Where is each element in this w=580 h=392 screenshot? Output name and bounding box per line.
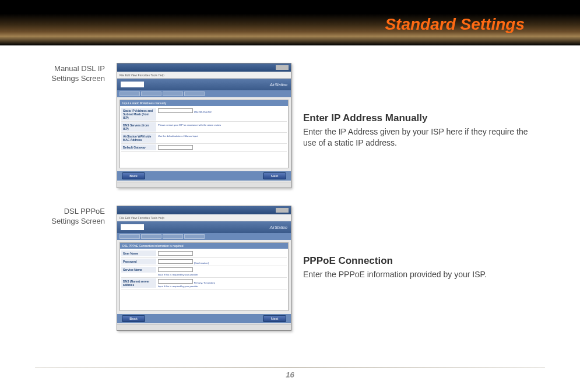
section-label: DSL PPPoE Settings Screen <box>35 206 105 227</box>
form-field: Input if this is required by your provid… <box>156 267 287 277</box>
app-window: File Edit View Favorites Tools Help AirS… <box>117 206 291 331</box>
form-hint: Input if this is required by your provid… <box>158 273 198 276</box>
brand-logo <box>121 224 144 230</box>
brand-logo <box>121 82 144 87</box>
window-footer: Back Next <box>117 314 291 323</box>
form-row: Password (Confirmation) <box>121 258 287 266</box>
form-extra: (Confirmation) <box>194 262 209 264</box>
form-row: Default Gateway <box>121 144 287 152</box>
password-input[interactable] <box>158 259 193 264</box>
description-text: Enter the IP Address given by your ISP h… <box>303 126 533 149</box>
form-row: User Name <box>121 250 287 258</box>
next-button[interactable]: Next <box>263 172 286 179</box>
window-titlebar <box>117 63 291 72</box>
form-field: Use the default address / Manual input <box>156 133 287 138</box>
form-row: DNS (Name) server address Primary / Seco… <box>121 278 287 289</box>
nav-button[interactable] <box>184 234 205 239</box>
form-label: Static IP Address and Subnet Mask (from … <box>121 108 156 121</box>
description-title: PPPoE Connection <box>303 255 533 267</box>
nav-button[interactable] <box>163 234 183 239</box>
window-statusbar <box>117 324 291 330</box>
ip-input[interactable] <box>158 108 193 113</box>
back-button[interactable]: Back <box>122 315 145 322</box>
nav-button[interactable] <box>141 91 161 96</box>
section-row: DSL PPPoE Settings Screen File Edit View… <box>35 206 545 331</box>
dns-input[interactable] <box>158 279 193 284</box>
form-value: 255.255.255.252 <box>194 111 212 114</box>
window-menubar: File Edit View Favorites Tools Help <box>117 72 291 79</box>
footer-divider <box>35 367 545 368</box>
form-area: User Name Password (Confirmation) Servic… <box>120 249 288 291</box>
form-hint: Use the default address / Manual input <box>158 135 198 137</box>
section-row: Manual DSL IP Settings Screen File Edit … <box>35 63 545 188</box>
form-field: Please contact your ISP for assistance w… <box>156 122 287 127</box>
app-window: File Edit View Favorites Tools Help AirS… <box>117 63 291 188</box>
window-menubar: File Edit View Favorites Tools Help <box>117 214 291 221</box>
content-area: Manual DSL IP Settings Screen File Edit … <box>0 45 580 331</box>
section-label: Manual DSL IP Settings Screen <box>35 63 105 84</box>
brand-product: AirStation <box>270 225 287 229</box>
form-section-header: DSL PPPoE Connection information is requ… <box>120 243 288 249</box>
form-row: Service Name Input if this is required b… <box>121 266 287 278</box>
form-field: (Confirmation) <box>156 259 287 265</box>
page-number: 16 <box>35 370 545 379</box>
form-row: DNS Servers (from ISP) Please contact yo… <box>121 122 287 133</box>
form-hint: Input if this is required by your provid… <box>158 285 198 288</box>
form-area: Static IP Address and Subnet Mask (from … <box>120 106 288 153</box>
window-footer: Back Next <box>117 171 291 181</box>
page-title: Standard Settings <box>385 15 525 34</box>
form-label: Password <box>121 259 156 264</box>
nav-bar <box>117 90 291 97</box>
back-button[interactable]: Back <box>122 172 145 179</box>
form-field: 255.255.255.252 <box>156 108 287 114</box>
form-panel: Input a static IP Address manually Stati… <box>119 100 289 168</box>
description-text: Enter the PPPoE information provided by … <box>303 269 533 280</box>
form-label: User Name <box>121 250 156 256</box>
description-title: Enter IP Address Manually <box>303 112 533 124</box>
nav-bar <box>117 233 291 240</box>
description-column: Enter IP Address Manually Enter the IP A… <box>303 63 545 149</box>
brand-bar: AirStation <box>117 221 291 233</box>
nav-button[interactable] <box>119 234 140 239</box>
nav-button[interactable] <box>163 91 183 96</box>
screenshot-thumbnail: File Edit View Favorites Tools Help AirS… <box>117 206 291 331</box>
nav-button[interactable] <box>119 91 140 96</box>
brand-product: AirStation <box>270 83 287 87</box>
service-input[interactable] <box>158 267 193 272</box>
form-label: DNS Servers (from ISP) <box>121 122 156 132</box>
username-input[interactable] <box>158 251 193 256</box>
form-field <box>156 144 287 151</box>
form-label: DNS (Name) server address <box>121 278 156 288</box>
description-column: PPPoE Connection Enter the PPPoE informa… <box>303 206 545 280</box>
form-row: Static IP Address and Subnet Mask (from … <box>121 107 287 122</box>
form-hint: Please contact your ISP for assistance w… <box>158 123 221 126</box>
nav-button[interactable] <box>141 234 161 239</box>
form-label: Service Name <box>121 267 156 273</box>
brand-bar: AirStation <box>117 79 291 90</box>
nav-button[interactable] <box>184 91 205 96</box>
form-field <box>156 250 287 257</box>
window-statusbar <box>117 182 291 188</box>
form-field: Primary / Secondary Input if this is req… <box>156 278 287 288</box>
form-label: Default Gateway <box>121 144 156 150</box>
screenshot-thumbnail: File Edit View Favorites Tools Help AirS… <box>117 63 291 188</box>
page-footer: 16 <box>35 367 545 379</box>
form-extra: Primary / Secondary <box>194 281 215 284</box>
gateway-input[interactable] <box>158 145 193 150</box>
form-row: AirStation WAN side MAC Address Use the … <box>121 133 287 144</box>
header-bar: Standard Settings <box>0 0 580 45</box>
window-titlebar <box>117 206 291 214</box>
form-label: AirStation WAN side MAC Address <box>121 133 156 143</box>
next-button[interactable]: Next <box>263 315 286 322</box>
form-panel: DSL PPPoE Connection information is requ… <box>119 242 289 311</box>
form-section-header: Input a static IP Address manually <box>120 100 288 106</box>
